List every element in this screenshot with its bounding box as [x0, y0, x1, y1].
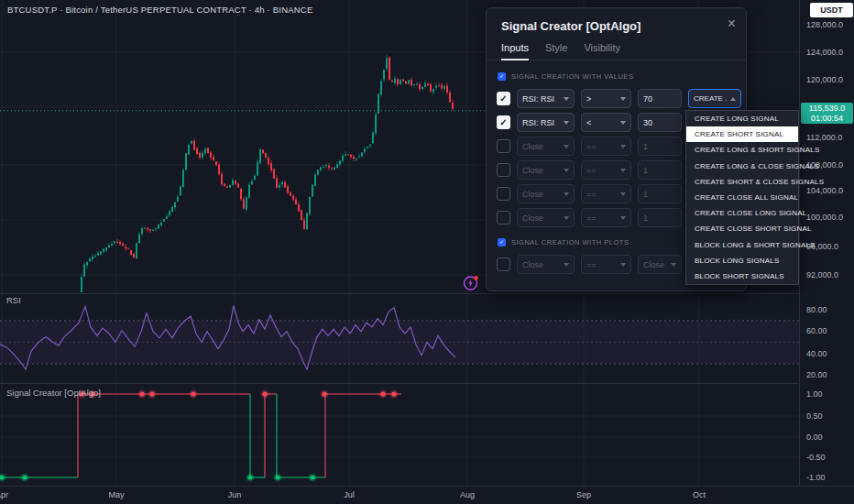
create-signal-dropdown-menu: CREATE LONG SIGNALCREATE SHORT SIGNALCRE…	[685, 110, 799, 285]
pane-separator-main-rsi[interactable]	[0, 293, 854, 294]
section-heading: ✓SIGNAL CREATION WITH VALUES	[498, 72, 746, 81]
source-dropdown[interactable]: RSI: RSI	[517, 89, 575, 108]
indicator-axis-label: 0.50	[806, 411, 823, 421]
chevron-down-icon	[620, 121, 626, 125]
chevron-down-icon	[564, 121, 569, 125]
section-check-icon[interactable]: ✓	[498, 72, 506, 81]
menu-item[interactable]: CREATE CLOSE LONG SIGNAL	[686, 205, 798, 221]
operator-dropdown[interactable]: ==	[581, 208, 631, 227]
month-label-jul: Jul	[344, 490, 355, 499]
price-axis-label: 120,000.0	[806, 75, 843, 84]
menu-item[interactable]: CREATE SHORT SIGNAL	[686, 126, 798, 142]
source-dropdown[interactable]: Close	[517, 160, 575, 180]
indicator-axis-label: 60.00	[806, 326, 827, 335]
month-label-sep: Sep	[576, 490, 591, 499]
time-axis[interactable]: AprMayJunJulAugSepOct	[0, 486, 854, 504]
value-input[interactable]: 30	[638, 113, 682, 132]
indicator-axis-label: -1.00	[806, 473, 826, 482]
operator-dropdown[interactable]: >	[581, 89, 631, 108]
value-input[interactable]: 1	[638, 137, 682, 156]
row-checkbox[interactable]: ✓	[497, 92, 510, 105]
month-label-oct: Oct	[693, 490, 706, 499]
chevron-down-icon	[620, 263, 626, 267]
boost-lightning-button[interactable]	[462, 274, 480, 292]
price-axis-label: 112,000.0	[806, 133, 842, 142]
chevron-down-icon	[620, 216, 626, 220]
chevron-down-icon	[564, 97, 569, 101]
indicator-axis-label: -0.50	[806, 453, 826, 462]
lightning-icon	[462, 274, 480, 292]
price-axis-label: 124,000.0	[806, 48, 843, 57]
menu-item[interactable]: CREATE LONG & SHORT SIGNALS	[686, 142, 798, 158]
section-check-icon[interactable]: ✓	[498, 238, 506, 247]
symbol-header[interactable]: BTCUSDT.P · Bitcoin / TetherUS PERPETUAL…	[7, 5, 312, 15]
indicator-axis-label: 40.00	[806, 349, 827, 358]
price-axis-label: 128,000.0	[806, 20, 843, 29]
dialog-title: Signal Creator [OptAlgo]	[487, 8, 746, 40]
menu-item[interactable]: CREATE SHORT & CLOSE SIGNALS	[686, 174, 798, 190]
dialog-tabs: Inputs Style Visibility	[487, 40, 746, 60]
menu-item[interactable]: CREATE LONG & CLOSE SIGNALS	[686, 159, 798, 174]
signal-pane-label: Signal Creator [OptAlgo]	[6, 388, 101, 398]
price-axis-label: 92,000.0	[806, 270, 838, 279]
source-dropdown[interactable]: Close	[517, 208, 575, 227]
chevron-down-icon	[564, 216, 569, 220]
indicator-axis-label: 0.00	[806, 433, 823, 442]
chevron-down-icon	[620, 169, 626, 172]
row-checkbox[interactable]	[497, 139, 510, 153]
chevron-down-icon	[671, 263, 676, 267]
menu-item[interactable]: CREATE CLOSE SHORT SIGNAL	[686, 221, 798, 236]
current-price-value: 115,539.0	[801, 104, 853, 114]
menu-item[interactable]: CREATE CLOSE ALL SIGNAL	[686, 190, 798, 205]
chevron-up-icon	[730, 97, 736, 101]
section-title: SIGNAL CREATION WITH PLOTS	[511, 238, 629, 247]
value-input[interactable]: 1	[638, 160, 682, 180]
source-dropdown[interactable]: Close	[517, 255, 575, 274]
row-checkbox[interactable]	[497, 187, 510, 201]
value-input[interactable]: 1	[638, 208, 682, 227]
action-dropdown[interactable]: CREATE ...	[688, 89, 741, 108]
menu-item[interactable]: BLOCK LONG & SHORT SIGNALS	[686, 237, 798, 253]
section-title: SIGNAL CREATION WITH VALUES	[511, 72, 633, 81]
plot-dropdown[interactable]: Close	[638, 255, 682, 274]
currency-button[interactable]: USDT	[810, 3, 853, 17]
row-checkbox[interactable]	[497, 163, 510, 177]
row-checkbox[interactable]: ✓	[497, 115, 510, 129]
signal-condition-row: ✓RSI: RSI>70CREATE ...	[497, 89, 746, 108]
month-label-apr: Apr	[0, 490, 8, 499]
operator-dropdown[interactable]: ==	[581, 255, 631, 274]
indicator-axis-label: 1.00	[806, 389, 823, 399]
chevron-down-icon	[620, 192, 626, 196]
menu-item[interactable]: CREATE LONG SIGNAL	[686, 111, 798, 126]
value-input[interactable]: 1	[638, 184, 682, 203]
chevron-down-icon	[620, 145, 626, 148]
operator-dropdown[interactable]: <	[581, 113, 631, 132]
close-icon[interactable]: ×	[728, 16, 736, 32]
menu-item[interactable]: BLOCK SHORT SIGNALS	[686, 268, 798, 284]
price-axis-label: 104,000.0	[806, 186, 843, 195]
operator-dropdown[interactable]: ==	[581, 137, 631, 156]
tab-visibility[interactable]: Visibility	[584, 42, 620, 60]
rsi-pane-label: RSI	[6, 295, 21, 305]
pane-separator-rsi-signal[interactable]	[0, 383, 854, 384]
tab-style[interactable]: Style	[545, 42, 567, 60]
menu-item[interactable]: BLOCK LONG SIGNALS	[686, 253, 798, 268]
bar-countdown: 01:00:54	[801, 114, 853, 124]
row-checkbox[interactable]	[497, 257, 510, 271]
tradingview-chart-window: BTCUSDT.P · Bitcoin / TetherUS PERPETUAL…	[0, 0, 854, 504]
chevron-down-icon	[564, 169, 569, 172]
source-dropdown[interactable]: Close	[517, 184, 575, 203]
operator-dropdown[interactable]: ==	[581, 184, 631, 203]
month-label-may: May	[108, 490, 124, 499]
chevron-down-icon	[620, 97, 626, 101]
operator-dropdown[interactable]: ==	[581, 160, 631, 180]
source-dropdown[interactable]: RSI: RSI	[517, 113, 575, 132]
source-dropdown[interactable]: Close	[517, 137, 575, 156]
price-axis-label: 100,000.0	[806, 213, 843, 222]
chevron-down-icon	[564, 145, 569, 148]
row-checkbox[interactable]	[497, 211, 510, 225]
value-input[interactable]: 70	[638, 89, 682, 108]
chevron-down-icon	[564, 263, 569, 267]
month-label-jun: Jun	[228, 490, 242, 499]
tab-inputs[interactable]: Inputs	[501, 42, 529, 60]
